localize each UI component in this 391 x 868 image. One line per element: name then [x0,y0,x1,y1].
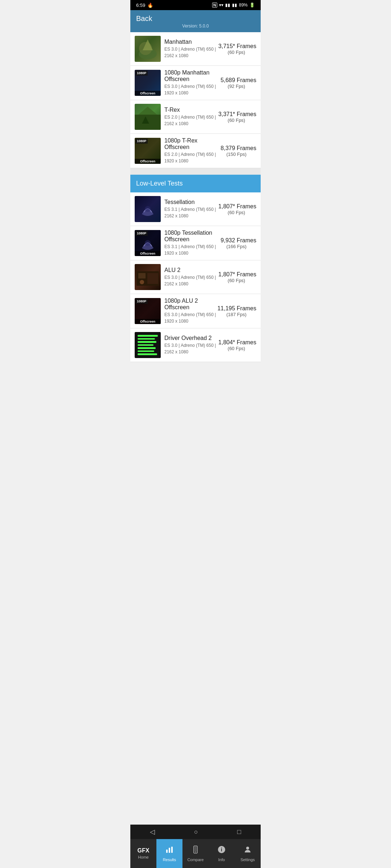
test-info-manhattan: Manhattan ES 3.0 | Adreno (TM) 650 |2162… [164,39,216,59]
scroll-content: Manhattan ES 3.0 | Adreno (TM) 650 |2162… [130,32,261,362]
test-row-manhattan-off[interactable]: 1080P Offscreen 1080p Manhattan Offscree… [130,66,261,100]
test-name-manhattan-off: 1080p Manhattan Offscreen [164,69,216,82]
test-sub-tessellation: ES 3.1 | Adreno (TM) 650 |2162 x 1080 [164,206,216,219]
wifi-icon: ▾▾ [219,3,223,8]
test-score-manhattan-off: 5,689 Frames (92 Fps) [216,77,256,89]
test-name-alu2-off: 1080p ALU 2 Offscreen [164,298,216,311]
test-name-tessellation-off: 1080p Tessellation Offscreen [164,230,216,243]
score-frames-trex: 3,371* Frames [216,111,256,118]
low-level-tests-list: Tessellation ES 3.1 | Adreno (TM) 650 |2… [130,192,261,362]
test-info-manhattan-off: 1080p Manhattan Offscreen ES 3.0 | Adren… [164,69,216,96]
score-frames-tessellation-off: 9,932 Frames [216,237,256,244]
thumb-alu2 [135,264,161,290]
score-fps-trex: (60 Fps) [216,118,256,123]
thumb-tessellation [135,196,161,222]
score-fps-manhattan: (60 Fps) [216,50,256,55]
nfc-icon: N [212,3,217,8]
test-name-trex: T-Rex [164,107,216,113]
thumb-trex-off: 1080P Offscreen [135,138,161,164]
svg-rect-10 [147,273,158,284]
test-sub-trex: ES 2.0 | Adreno (TM) 650 |2162 x 1080 [164,114,216,127]
svg-point-11 [140,280,144,284]
svg-marker-4 [138,107,157,115]
test-name-tessellation: Tessellation [164,199,216,205]
test-score-manhattan: 3,715* Frames (60 Fps) [216,43,256,55]
back-button[interactable]: Back [136,14,255,23]
version-text: Version: 5.0.0 [136,24,255,29]
test-sub-manhattan: ES 3.0 | Adreno (TM) 650 |2162 x 1080 [164,46,216,59]
status-icons: N ▾▾ ▮▮ ▮▮ 89% 🔋 [212,3,255,8]
score-frames-manhattan-off: 5,689 Frames [216,77,256,84]
thumb-trex [135,104,161,130]
status-bar: 6:59 🔥 N ▾▾ ▮▮ ▮▮ 89% 🔋 [130,0,261,10]
test-info-tessellation: Tessellation ES 3.1 | Adreno (TM) 650 |2… [164,199,216,219]
test-sub-manhattan-off: ES 3.0 | Adreno (TM) 650 |1920 x 1080 [164,83,216,96]
test-score-alu2-off: 11,195 Frames (187 Fps) [216,305,256,317]
svg-point-6 [145,206,151,212]
test-row-tessellation[interactable]: Tessellation ES 3.1 | Adreno (TM) 650 |2… [130,192,261,226]
test-score-driver: 1,804* Frames (60 Fps) [216,339,256,351]
score-fps-tessellation: (60 Fps) [216,210,256,215]
test-sub-tessellation-off: ES 3.1 | Adreno (TM) 650 |1920 x 1080 [164,243,216,256]
test-row-manhattan[interactable]: Manhattan ES 3.0 | Adreno (TM) 650 |2162… [130,32,261,66]
score-fps-trex-off: (150 Fps) [216,152,256,157]
test-row-trex[interactable]: T-Rex ES 2.0 | Adreno (TM) 650 |2162 x 1… [130,100,261,134]
time-display: 6:59 [136,3,145,8]
score-fps-tessellation-off: (166 Fps) [216,244,256,249]
test-score-tessellation: 1,807* Frames (60 Fps) [216,203,256,215]
test-row-driver[interactable]: Driver Overhead 2 ES 3.0 | Adreno (TM) 6… [130,328,261,362]
battery-display: 89% [239,3,248,8]
svg-point-7 [145,240,151,246]
test-score-trex-off: 8,379 Frames (150 Fps) [216,145,256,157]
score-frames-manhattan: 3,715* Frames [216,43,256,50]
test-row-tessellation-off[interactable]: 1080P Offscreen 1080p Tessellation Offsc… [130,226,261,260]
test-name-driver: Driver Overhead 2 [164,335,216,341]
score-fps-alu2: (60 Fps) [216,278,256,283]
test-info-trex-off: 1080p T-Rex Offscreen ES 2.0 | Adreno (T… [164,137,216,164]
thumb-driver [135,332,161,358]
top-header: Back Version: 5.0.0 [130,10,261,32]
signal-icon2: ▮▮ [232,3,237,8]
test-name-alu2: ALU 2 [164,267,216,273]
score-fps-driver: (60 Fps) [216,346,256,351]
score-frames-tessellation: 1,807* Frames [216,203,256,210]
low-level-section-header: Low-Level Tests [130,175,261,192]
flame-icon: 🔥 [147,3,153,8]
test-score-trex: 3,371* Frames (60 Fps) [216,111,256,123]
test-score-tessellation-off: 9,932 Frames (166 Fps) [216,237,256,249]
test-row-trex-off[interactable]: 1080P Offscreen 1080p T-Rex Offscreen ES… [130,134,261,168]
thumb-alu2-off: 1080P Offscreen [135,298,161,324]
section-gap [130,168,261,175]
score-frames-alu2-off: 11,195 Frames [216,305,256,312]
thumb-manhattan-off: 1080P Offscreen [135,70,161,96]
test-score-alu2: 1,807* Frames (60 Fps) [216,271,256,283]
test-name-manhattan: Manhattan [164,39,216,45]
test-info-trex: T-Rex ES 2.0 | Adreno (TM) 650 |2162 x 1… [164,107,216,127]
test-sub-alu2-off: ES 3.0 | Adreno (TM) 650 |1920 x 1080 [164,311,216,324]
battery-icon: 🔋 [249,3,255,8]
test-sub-driver: ES 3.0 | Adreno (TM) 650 |2162 x 1080 [164,342,216,355]
score-frames-trex-off: 8,379 Frames [216,145,256,152]
test-info-alu2: ALU 2 ES 3.0 | Adreno (TM) 650 |2162 x 1… [164,267,216,287]
test-sub-alu2: ES 3.0 | Adreno (TM) 650 |2162 x 1080 [164,274,216,287]
thumb-manhattan [135,36,161,62]
test-info-tessellation-off: 1080p Tessellation Offscreen ES 3.1 | Ad… [164,230,216,256]
section-header-text: Low-Level Tests [136,180,183,187]
status-time: 6:59 🔥 [136,3,153,8]
score-frames-alu2: 1,807* Frames [216,271,256,278]
score-frames-driver: 1,804* Frames [216,339,256,346]
test-info-alu2-off: 1080p ALU 2 Offscreen ES 3.0 | Adreno (T… [164,298,216,324]
test-row-alu2-off[interactable]: 1080P Offscreen 1080p ALU 2 Offscreen ES… [130,294,261,328]
test-row-alu2[interactable]: ALU 2 ES 3.0 | Adreno (TM) 650 |2162 x 1… [130,260,261,294]
test-name-trex-off: 1080p T-Rex Offscreen [164,137,216,150]
test-sub-trex-off: ES 2.0 | Adreno (TM) 650 |1920 x 1080 [164,151,216,164]
score-fps-alu2-off: (187 Fps) [216,312,256,317]
svg-rect-9 [138,273,146,278]
signal-icon1: ▮▮ [225,3,230,8]
test-info-driver: Driver Overhead 2 ES 3.0 | Adreno (TM) 6… [164,335,216,355]
score-fps-manhattan-off: (92 Fps) [216,84,256,89]
thumb-tessellation-off: 1080P Offscreen [135,230,161,256]
main-tests-list: Manhattan ES 3.0 | Adreno (TM) 650 |2162… [130,32,261,168]
